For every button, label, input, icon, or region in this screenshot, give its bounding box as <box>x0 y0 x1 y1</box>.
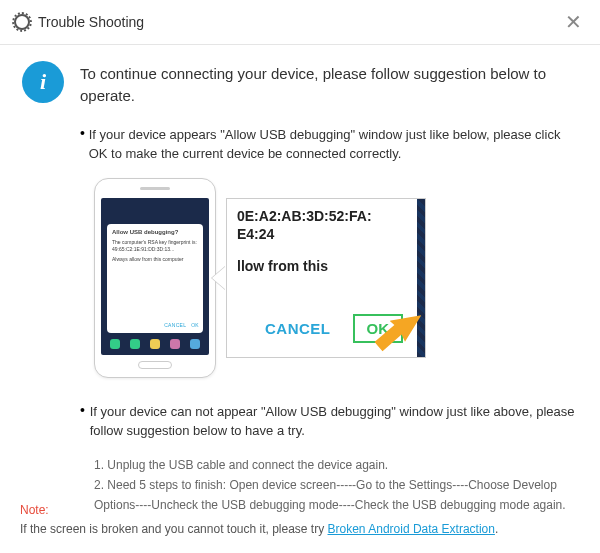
broken-android-link[interactable]: Broken Android Data Extraction <box>328 522 495 536</box>
bullet-icon: • <box>80 125 89 164</box>
step-text: 1. Unplug the USB cable and connect the … <box>94 455 578 475</box>
zoom-mac-line: E4:24 <box>237 225 409 243</box>
bullet-icon: • <box>80 402 90 441</box>
zoom-callout: 0E:A2:AB:3D:52:FA: E4:24 llow from this … <box>226 198 426 358</box>
footer-text: If the screen is broken and you cannot t… <box>20 522 328 536</box>
phone-dialog-line: Always allow from this computer <box>112 256 198 263</box>
app-icon <box>130 339 140 349</box>
instruction-item-1: • If your device appears "Allow USB debu… <box>80 125 578 164</box>
footer-tail: . <box>495 522 498 536</box>
note-label: Note: <box>20 503 49 517</box>
app-icon <box>170 339 180 349</box>
phone-home-button-icon <box>138 361 172 369</box>
phone-screen: Allow USB debugging? The computer's RSA … <box>101 198 209 355</box>
zoom-allow-text: llow from this <box>237 257 409 275</box>
window-title: Trouble Shooting <box>38 14 144 30</box>
app-icon <box>190 339 200 349</box>
phone-ok-label: OK <box>191 322 199 328</box>
phone-dialog-title: Allow USB debugging? <box>112 229 198 237</box>
app-icon <box>110 339 120 349</box>
heading-text: To continue connecting your device, plea… <box>80 63 578 107</box>
instruction-item-2: • If your device can not appear "Allow U… <box>80 402 578 441</box>
phone-cancel-label: CANCEL <box>164 322 186 328</box>
instruction-text-1: If your device appears "Allow USB debugg… <box>89 125 578 164</box>
close-icon[interactable]: ✕ <box>561 8 586 36</box>
phone-app-rail <box>105 337 205 351</box>
phone-speaker-icon <box>140 187 170 190</box>
phone-dialog-line: The computer's RSA key fingerprint is: <box>112 239 198 246</box>
phone-dialog: Allow USB debugging? The computer's RSA … <box>107 224 203 333</box>
callout-triangle-icon <box>212 266 226 290</box>
demo-illustration: Allow USB debugging? The computer's RSA … <box>94 178 578 378</box>
phone-dialog-buttons: CANCEL OK <box>164 322 199 329</box>
app-icon <box>150 339 160 349</box>
phone-dialog-line: 49:65:C2:1E:91:DD:3D:13... <box>112 246 198 253</box>
zoom-mac-line: 0E:A2:AB:3D:52:FA: <box>237 207 409 225</box>
phone-mockup: Allow USB debugging? The computer's RSA … <box>94 178 216 378</box>
gear-icon <box>14 14 30 30</box>
dialog-body: i To continue connecting your device, pl… <box>0 45 600 516</box>
instruction-text-2: If your device can not appear "Allow USB… <box>90 402 578 441</box>
footer-note: Note: If the screen is broken and you ca… <box>20 501 580 539</box>
info-icon: i <box>22 61 64 103</box>
titlebar: Trouble Shooting ✕ <box>0 0 600 45</box>
zoom-cancel-label: CANCEL <box>265 320 331 337</box>
